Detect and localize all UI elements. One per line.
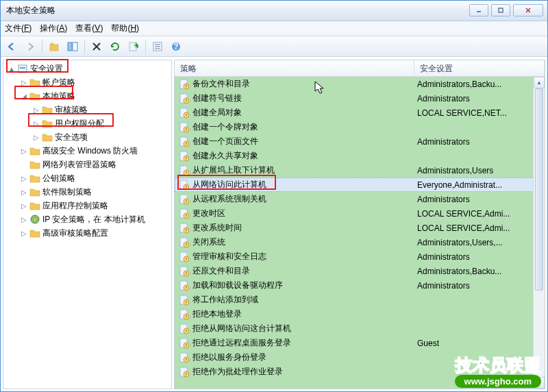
tree-toggle-icon[interactable]: ▷ xyxy=(18,175,29,182)
tree-item[interactable]: ▷高级安全 Windows 防火墙 xyxy=(3,144,171,158)
policy-row[interactable]: 创建全局对象LOCAL SERVICE,NET... xyxy=(175,106,545,120)
policy-setting: Administrators xyxy=(417,281,545,291)
svg-rect-73 xyxy=(186,330,187,332)
tree-item[interactable]: ▷安全选项 xyxy=(3,130,171,144)
folder-icon xyxy=(29,200,40,211)
policy-row[interactable]: 创建一个令牌对象 xyxy=(175,120,545,134)
show-hide-tree-button[interactable] xyxy=(64,38,81,55)
tree-item[interactable]: ▷高级审核策略配置 xyxy=(3,226,171,240)
policy-row[interactable]: 备份文件和目录Administrators,Backu... xyxy=(175,77,545,91)
properties-button[interactable] xyxy=(149,38,166,55)
policy-icon xyxy=(179,309,190,320)
up-level-button[interactable] xyxy=(46,38,62,55)
delete-button[interactable] xyxy=(88,38,105,55)
policy-row[interactable]: 从远程系统强制关机Administrators xyxy=(175,192,545,206)
policy-row[interactable]: 更改时区LOCAL SERVICE,Admi... xyxy=(175,206,545,221)
menu-f[interactable]: 文件(F) xyxy=(5,23,32,34)
policy-icon xyxy=(179,136,190,147)
tree-item[interactable]: ▷应用程序控制策略 xyxy=(3,199,171,212)
tree-toggle-icon[interactable]: ▷ xyxy=(18,147,29,155)
policy-row[interactable]: 管理审核和安全日志Administrators xyxy=(175,249,545,264)
list-body[interactable]: 备份文件和目录Administrators,Backu...创建符号链接Admi… xyxy=(175,77,545,389)
policy-row[interactable]: 关闭系统Administrators,Users,... xyxy=(175,235,545,249)
policy-row[interactable]: 拒绝以服务身份登录 xyxy=(175,350,545,365)
scroll-thumb[interactable] xyxy=(535,88,543,291)
export-list-button[interactable] xyxy=(125,38,142,55)
column-header-setting[interactable]: 安全设置 xyxy=(414,60,545,76)
refresh-button[interactable] xyxy=(107,38,123,55)
tree-toggle-icon[interactable]: ▷ xyxy=(18,216,29,223)
menu-a[interactable]: 操作(A) xyxy=(40,23,67,34)
folder-icon xyxy=(29,77,40,88)
close-button[interactable] xyxy=(513,4,543,16)
scroll-down-button[interactable]: ▼ xyxy=(534,377,545,389)
policy-row[interactable]: 创建符号链接Administrators xyxy=(175,91,545,106)
tree-item-label: IP 安全策略，在 本地计算机 xyxy=(42,214,148,225)
policy-row[interactable]: 拒绝通过远程桌面服务登录Guest xyxy=(175,336,545,350)
policy-icon xyxy=(179,122,190,133)
menu-h[interactable]: 帮助(H) xyxy=(111,23,139,34)
tree-item[interactable]: ◢本地策略 xyxy=(3,89,171,103)
policy-icon xyxy=(179,295,190,306)
policy-name: 拒绝从网络访问这台计算机 xyxy=(192,323,417,334)
policy-name: 从远程系统强制关机 xyxy=(192,193,417,205)
policy-row[interactable]: 将工作站添加到域 xyxy=(175,293,545,307)
minimize-button[interactable] xyxy=(469,4,488,16)
policy-row[interactable]: 从网络访问此计算机Everyone,Administrat... xyxy=(175,177,545,192)
menubar: 文件(F)操作(A)查看(V)帮助(H) xyxy=(1,21,547,36)
window-title: 本地安全策略 xyxy=(6,5,469,16)
tree-toggle-icon[interactable]: ▷ xyxy=(18,79,29,86)
titlebar[interactable]: 本地安全策略 xyxy=(1,1,547,21)
vertical-scrollbar[interactable]: ▲ ▼ xyxy=(533,77,545,389)
maximize-button[interactable] xyxy=(491,4,510,16)
policy-row[interactable]: 还原文件和目录Administrators,Backu... xyxy=(175,264,545,278)
policy-row[interactable]: 创建一个页面文件Administrators xyxy=(175,134,545,149)
menu-v[interactable]: 查看(V) xyxy=(75,23,103,34)
scroll-track[interactable] xyxy=(534,88,545,377)
policy-row[interactable]: 更改系统时间LOCAL SERVICE,Admi... xyxy=(175,221,545,235)
tree-toggle-icon[interactable]: ▷ xyxy=(31,106,42,114)
svg-rect-55 xyxy=(186,243,187,245)
tree-item[interactable]: ▷IP 安全策略，在 本地计算机 xyxy=(3,212,171,226)
policy-icon xyxy=(179,280,190,291)
tree-item[interactable]: ▷用户权限分配 xyxy=(3,117,171,130)
tree-item[interactable]: ▲安全设置 xyxy=(3,62,171,75)
svg-rect-46 xyxy=(186,200,187,202)
policy-row[interactable]: 从扩展坞上取下计算机Administrators,Users xyxy=(175,163,545,177)
tree-item[interactable]: 网络列表管理器策略 xyxy=(3,158,171,171)
policy-row[interactable]: 创建永久共享对象 xyxy=(175,149,545,163)
tree-item[interactable]: ▷软件限制策略 xyxy=(3,185,171,199)
tree-toggle-icon[interactable]: ▷ xyxy=(31,134,42,141)
tree-toggle-icon[interactable]: ◢ xyxy=(18,93,29,100)
policy-name: 从网络访问此计算机 xyxy=(192,179,417,191)
policy-icon xyxy=(179,252,190,262)
svg-rect-28 xyxy=(186,114,187,116)
svg-rect-9 xyxy=(129,42,136,51)
tree-item[interactable]: ▷帐户策略 xyxy=(3,75,171,89)
tree-toggle-icon[interactable]: ▷ xyxy=(18,188,29,196)
tree-item[interactable]: ▷审核策略 xyxy=(3,103,171,117)
tree-toggle-icon[interactable]: ▲ xyxy=(6,65,17,73)
policy-row[interactable]: 加载和卸载设备驱动程序Administrators xyxy=(175,278,545,293)
policy-name: 创建永久共享对象 xyxy=(192,150,417,162)
policy-row[interactable]: 拒绝从网络访问这台计算机 xyxy=(175,321,545,336)
help-button[interactable]: ? xyxy=(168,38,184,55)
folder-icon xyxy=(29,173,40,184)
tree-pane[interactable]: ▲安全设置▷帐户策略◢本地策略▷审核策略▷用户权限分配▷安全选项▷高级安全 Wi… xyxy=(3,60,172,389)
policy-icon xyxy=(179,237,190,248)
forward-button[interactable] xyxy=(22,38,38,55)
toolbar-separator xyxy=(145,40,146,53)
tree-item[interactable]: ▷公钥策略 xyxy=(3,171,171,185)
tree-toggle-icon[interactable]: ▷ xyxy=(18,230,29,237)
column-header-policy[interactable]: 策略 xyxy=(175,60,414,76)
folder-icon xyxy=(29,214,40,225)
policy-icon xyxy=(179,367,190,378)
back-button[interactable] xyxy=(3,38,20,55)
tree-toggle-icon[interactable]: ▷ xyxy=(31,120,42,127)
policy-row[interactable]: 拒绝本地登录 xyxy=(175,307,545,321)
scroll-up-button[interactable]: ▲ xyxy=(534,77,545,88)
policy-row[interactable]: 拒绝作为批处理作业登录 xyxy=(175,365,545,379)
tree-item-label: 网络列表管理器策略 xyxy=(42,159,119,171)
policy-setting: Guest xyxy=(417,339,545,348)
tree-toggle-icon[interactable]: ▷ xyxy=(18,202,29,210)
